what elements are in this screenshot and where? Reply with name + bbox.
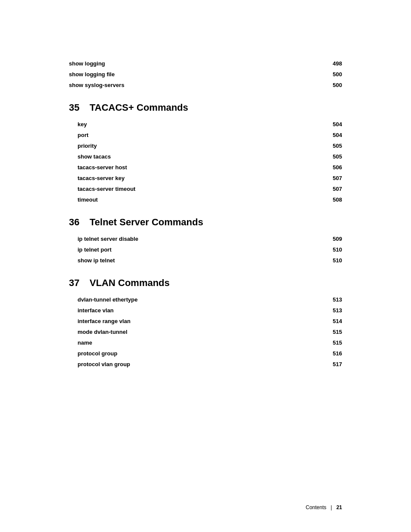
toc-entry-page: 507 xyxy=(329,175,342,181)
section-header: 36 Telnet Server Commands xyxy=(69,217,342,228)
toc-entry-page: 505 xyxy=(329,153,342,160)
toc-entry: protocol group 516 xyxy=(78,350,342,357)
toc-entry-page: 506 xyxy=(329,164,342,171)
toc-entry: dvlan-tunnel ethertype 513 xyxy=(78,296,342,303)
section-title: TACACS+ Commands xyxy=(90,102,188,113)
toc-entry-label: interface range vlan xyxy=(78,318,131,324)
toc-entry: timeout 508 xyxy=(78,196,342,203)
toc-entry: mode dvlan-tunnel 515 xyxy=(78,329,342,335)
toc-entry-page: 508 xyxy=(329,196,342,203)
toc-entry-label: ip telnet port xyxy=(78,246,112,253)
section-header: 35 TACACS+ Commands xyxy=(69,102,342,113)
toc-entry: name 515 xyxy=(78,339,342,346)
page: show logging 498 show logging file 500 s… xyxy=(0,0,411,532)
toc-entry-page: 516 xyxy=(329,350,342,357)
toc-entry-label: name xyxy=(78,339,92,346)
toc-entry-page: 515 xyxy=(329,329,342,335)
section-number: 37 xyxy=(69,277,84,289)
toc-entry-label: priority xyxy=(78,143,97,149)
toc-entry-label: protocol group xyxy=(78,350,117,357)
toc-entry-page: 505 xyxy=(329,143,342,149)
footer-page: 21 xyxy=(336,504,342,510)
footer-label: Contents xyxy=(305,504,326,510)
toc-entry-page: 514 xyxy=(329,318,342,324)
toc-entry: tacacs-server host 506 xyxy=(78,164,342,171)
toc-entry-page: 517 xyxy=(329,361,342,367)
toc-entry: key 504 xyxy=(78,121,342,128)
toc-entry: show logging file 500 xyxy=(69,71,342,78)
page-footer: Contents | 21 xyxy=(305,504,342,510)
toc-entry: interface range vlan 514 xyxy=(78,318,342,324)
toc-entry: protocol vlan group 517 xyxy=(78,361,342,367)
toc-entry-page: 500 xyxy=(329,71,342,78)
toc-entry-page: 498 xyxy=(329,60,342,67)
toc-entry-label: timeout xyxy=(78,196,98,203)
toc-entry-page: 515 xyxy=(329,339,342,346)
section-title: VLAN Commands xyxy=(90,277,170,289)
section-entries: ip telnet server disable 509 ip telnet p… xyxy=(78,236,342,264)
toc-entry: interface vlan 513 xyxy=(78,307,342,314)
intro-entries: show logging 498 show logging file 500 s… xyxy=(69,60,342,88)
toc-entry: show logging 498 xyxy=(69,60,342,67)
toc-entry-label: show logging file xyxy=(69,71,115,78)
sections-container: 35 TACACS+ Commands key 504 port 504 pri… xyxy=(69,102,342,367)
toc-entry: tacacs-server key 507 xyxy=(78,175,342,181)
toc-entry: tacacs-server timeout 507 xyxy=(78,186,342,192)
toc-entry: ip telnet port 510 xyxy=(78,246,342,253)
toc-entry-label: dvlan-tunnel ethertype xyxy=(78,296,137,303)
section-number: 35 xyxy=(69,102,84,113)
toc-entry-page: 510 xyxy=(329,246,342,253)
toc-entry-page: 504 xyxy=(329,121,342,128)
toc-entry-page: 509 xyxy=(329,236,342,242)
section-header: 37 VLAN Commands xyxy=(69,277,342,289)
toc-entry-label: ip telnet server disable xyxy=(78,236,138,242)
footer-separator: | xyxy=(331,504,332,510)
toc-entry: port 504 xyxy=(78,132,342,138)
toc-entry-label: interface vlan xyxy=(78,307,114,314)
toc-entry-page: 510 xyxy=(329,257,342,264)
toc-entry-label: tacacs-server timeout xyxy=(78,186,135,192)
toc-entry: show tacacs 505 xyxy=(78,153,342,160)
toc-entry-page: 500 xyxy=(329,82,342,88)
toc-entry-label: protocol vlan group xyxy=(78,361,130,367)
toc-entry: show syslog-servers 500 xyxy=(69,82,342,88)
toc-entry: show ip telnet 510 xyxy=(78,257,342,264)
toc-entry-label: show logging xyxy=(69,60,105,67)
toc-entry-label: tacacs-server host xyxy=(78,164,127,171)
toc-entry-page: 513 xyxy=(329,307,342,314)
toc-entry-page: 507 xyxy=(329,186,342,192)
toc-entry: priority 505 xyxy=(78,143,342,149)
toc-entry: ip telnet server disable 509 xyxy=(78,236,342,242)
toc-entry-page: 504 xyxy=(329,132,342,138)
toc-entry-label: port xyxy=(78,132,88,138)
toc-entry-label: show tacacs xyxy=(78,153,111,160)
toc-entry-label: key xyxy=(78,121,87,128)
toc-entry-label: mode dvlan-tunnel xyxy=(78,329,128,335)
section-entries: key 504 port 504 priority 505 show tacac… xyxy=(78,121,342,203)
toc-entry-page: 513 xyxy=(329,296,342,303)
section-number: 36 xyxy=(69,217,84,228)
toc-entry-label: show syslog-servers xyxy=(69,82,125,88)
toc-entry-label: tacacs-server key xyxy=(78,175,125,181)
toc-entry-label: show ip telnet xyxy=(78,257,115,264)
section-title: Telnet Server Commands xyxy=(90,217,203,228)
section-entries: dvlan-tunnel ethertype 513 interface vla… xyxy=(78,296,342,367)
